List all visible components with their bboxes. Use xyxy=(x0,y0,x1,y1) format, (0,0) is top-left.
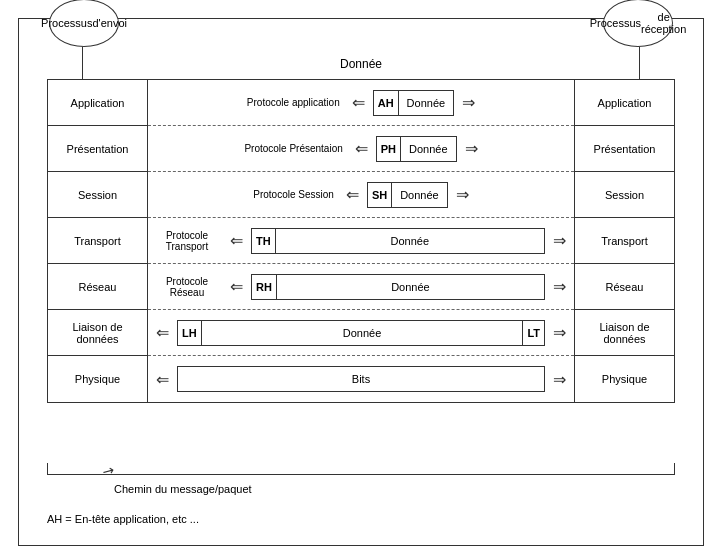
middle-section: Protocole application ⇐ AH Donnée ⇒ Prot… xyxy=(148,80,574,402)
arrow-right-liai: ⇒ xyxy=(549,323,570,342)
arrow-left-sess: ⇐ xyxy=(342,185,363,204)
right-phys-layer: Physique xyxy=(575,356,674,402)
footer-note: AH = En-tête application, etc ... xyxy=(47,513,199,525)
chemin-label: Chemin du message/paquet xyxy=(114,483,252,495)
arrow-left-phys: ⇐ xyxy=(152,370,173,389)
data-app: Donnée xyxy=(399,97,454,109)
header-trans: TH xyxy=(252,229,276,253)
header-pres: PH xyxy=(377,137,401,161)
proto-row-app: Protocole application ⇐ AH Donnée ⇒ xyxy=(148,80,574,126)
trailer-liai: LT xyxy=(522,321,544,345)
arrow-right-app: ⇒ xyxy=(458,93,479,112)
packet-app: AH Donnée xyxy=(373,90,454,116)
arrow-right-sess: ⇒ xyxy=(452,185,473,204)
arrow-left-app: ⇐ xyxy=(348,93,369,112)
right-layers: Application Présentation Session Transpo… xyxy=(574,80,674,402)
left-res-layer: Réseau xyxy=(48,264,147,310)
left-layers: Application Présentation Session Transpo… xyxy=(48,80,148,402)
right-pres-layer: Présentation xyxy=(575,126,674,172)
proto-row-phys: ⇐ Bits ⇒ xyxy=(148,356,574,402)
header-res: RH xyxy=(252,275,277,299)
right-sess-layer: Session xyxy=(575,172,674,218)
right-ellipse-text1: Processus xyxy=(590,17,641,29)
donnee-top-label: Donnée xyxy=(19,57,703,71)
right-app-layer: Application xyxy=(575,80,674,126)
left-liai-layer: Liaison dedonnées xyxy=(48,310,147,356)
arrow-right-res: ⇒ xyxy=(549,277,570,296)
arrow-left-res: ⇐ xyxy=(226,277,247,296)
left-phys-layer: Physique xyxy=(48,356,147,402)
arrow-right-pres: ⇒ xyxy=(461,139,482,158)
left-trans-layer: Transport xyxy=(48,218,147,264)
left-ellipse-text1: Processus xyxy=(41,17,92,29)
data-pres: Donnée xyxy=(401,143,456,155)
right-ellipse: Processus de réception xyxy=(603,0,673,47)
chemin-bracket xyxy=(47,463,675,475)
proto-label-pres: Protocole Présentaion xyxy=(240,141,346,156)
packet-pres: PH Donnée xyxy=(376,136,457,162)
proto-label-trans: ProtocoleTransport xyxy=(152,228,222,254)
packet-trans: TH Donnée xyxy=(251,228,545,254)
proto-row-trans: ProtocoleTransport ⇐ TH Donnée ⇒ xyxy=(148,218,574,264)
proto-label-sess: Protocole Session xyxy=(249,187,338,202)
proto-row-sess: Protocole Session ⇐ SH Donnée ⇒ xyxy=(148,172,574,218)
left-app-layer: Application xyxy=(48,80,147,126)
arrow-left-trans: ⇐ xyxy=(226,231,247,250)
packet-sess: SH Donnée xyxy=(367,182,448,208)
right-res-layer: Réseau xyxy=(575,264,674,310)
packet-liai: LH Donnée LT xyxy=(177,320,545,346)
left-ellipse-text2: d'envoi xyxy=(92,17,127,29)
proto-row-pres: Protocole Présentaion ⇐ PH Donnée ⇒ xyxy=(148,126,574,172)
header-app: AH xyxy=(374,91,399,115)
right-trans-layer: Transport xyxy=(575,218,674,264)
left-ellipse: Processus d'envoi xyxy=(49,0,119,47)
outer-border: Processus d'envoi Processus de réception… xyxy=(18,18,704,546)
proto-label-app: Protocole application xyxy=(243,95,344,110)
header-liai: LH xyxy=(178,321,202,345)
right-ellipse-text2: de réception xyxy=(641,11,686,35)
data-trans: Donnée xyxy=(276,235,544,247)
data-res: Donnée xyxy=(277,281,544,293)
main-box: Application Présentation Session Transpo… xyxy=(47,79,675,403)
arrow-left-liai: ⇐ xyxy=(152,323,173,342)
right-liai-layer: Liaison dedonnées xyxy=(575,310,674,356)
bits-label: Bits xyxy=(352,373,370,385)
arrow-left-pres: ⇐ xyxy=(351,139,372,158)
arrow-right-trans: ⇒ xyxy=(549,231,570,250)
packet-phys: Bits xyxy=(177,366,545,392)
data-liai: Donnée xyxy=(202,327,523,339)
header-sess: SH xyxy=(368,183,392,207)
packet-res: RH Donnée xyxy=(251,274,545,300)
proto-row-res: ProtocoleRéseau ⇐ RH Donnée ⇒ xyxy=(148,264,574,310)
proto-label-res: ProtocoleRéseau xyxy=(152,274,222,300)
data-sess: Donnée xyxy=(392,189,447,201)
arrow-right-phys: ⇒ xyxy=(549,370,570,389)
left-sess-layer: Session xyxy=(48,172,147,218)
left-pres-layer: Présentation xyxy=(48,126,147,172)
proto-row-liai: ⇐ LH Donnée LT ⇒ xyxy=(148,310,574,356)
